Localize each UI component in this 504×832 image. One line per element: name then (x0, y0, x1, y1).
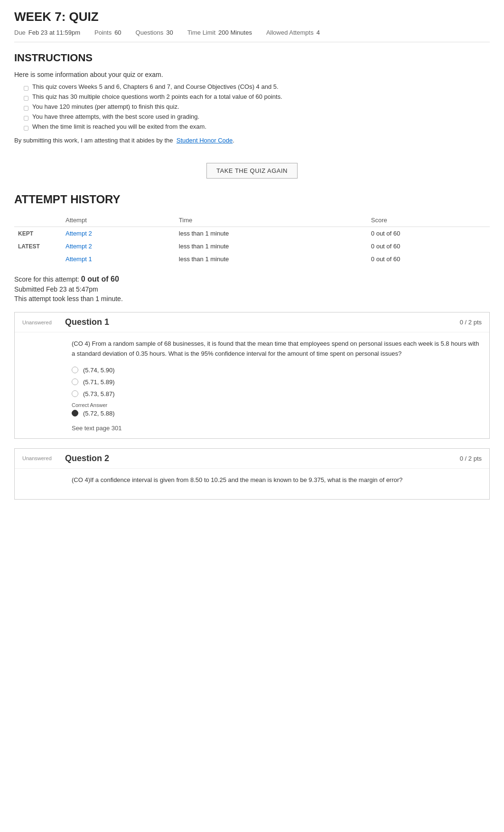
attempt-score-kept: 0 out of 60 (367, 227, 490, 240)
correct-answer-label-1: Correct Answer (72, 402, 482, 408)
meta-due-value: Feb 23 at 11:59pm (28, 29, 80, 36)
instructions-title: INSTRUCTIONS (14, 52, 490, 64)
instruction-item-1: This quiz covers Weeks 5 and 6, Chapters… (24, 83, 490, 90)
instruction-item-5: When the time limit is reached you will … (24, 123, 490, 130)
attempt-link-1[interactable]: Attempt 1 (65, 255, 92, 263)
attempt-history-table: Attempt Time Score KEPT Attempt 2 less t… (14, 214, 490, 265)
honor-code-line: By submitting this work, I am attesting … (14, 137, 490, 144)
meta-points-value: 60 (114, 29, 121, 36)
attempt-time-1: less than 1 minute (175, 253, 367, 265)
answer-radio-1-1[interactable] (72, 367, 78, 373)
questions-container: Unanswered Question 1 0 / 2 pts (CO 4) F… (14, 312, 490, 500)
question-body-1: (CO 4) From a random sample of 68 busine… (15, 332, 489, 438)
attempt-row-1: Attempt 1 less than 1 minute 0 out of 60 (14, 253, 490, 265)
answer-label-1-4: (5.72, 5.88) (83, 410, 115, 417)
attempt-label-kept: KEPT (14, 227, 62, 240)
col-header-attempt: Attempt (62, 214, 175, 227)
attempt-duration: This attempt took less than 1 minute. (14, 295, 490, 303)
question-pts-2: 0 / 2 pts (460, 455, 482, 462)
see-text-1: See text page 301 (72, 425, 482, 432)
meta-time-value: 200 Minutes (218, 29, 252, 36)
instructions-list: This quiz covers Weeks 5 and 6, Chapters… (14, 83, 490, 130)
meta-allowed-attempts: Allowed Attempts 4 (266, 29, 320, 36)
attempt-score-latest: 0 out of 60 (367, 240, 490, 253)
score-summary: Score for this attempt: 0 out of 60 Subm… (14, 275, 490, 303)
attempt-time-kept: less than 1 minute (175, 227, 367, 240)
answer-radio-1-4-correct[interactable] (72, 410, 78, 416)
answer-label-1-2: (5.71, 5.89) (83, 378, 115, 386)
attempt-label-1 (14, 253, 62, 265)
instruction-item-2: This quiz has 30 multiple choice questio… (24, 93, 490, 100)
meta-points-label: Points (94, 29, 112, 36)
question-header-1: Unanswered Question 1 0 / 2 pts (15, 312, 489, 332)
meta-points: Points 60 (94, 29, 121, 36)
meta-bar: Due Feb 23 at 11:59pm Points 60 Question… (14, 29, 490, 42)
col-header-score: Score (367, 214, 490, 227)
question-left-1: Unanswered Question 1 (22, 317, 109, 327)
meta-attempts-label: Allowed Attempts (266, 29, 314, 36)
score-value: 0 out of 60 (81, 275, 119, 283)
submitted-time: Submitted Feb 23 at 5:47pm (14, 285, 490, 293)
answer-option-1-3[interactable]: (5.73, 5.87) (72, 390, 482, 397)
question-header-2: Unanswered Question 2 0 / 2 pts (15, 449, 489, 469)
take-quiz-container: TAKE THE QUIZ AGAIN (14, 163, 490, 179)
answer-option-1-2[interactable]: (5.71, 5.89) (72, 378, 482, 386)
question-number-1: Question 1 (65, 317, 109, 327)
meta-time-limit: Time Limit 200 Minutes (187, 29, 252, 36)
answer-label-1-3: (5.73, 5.87) (83, 390, 115, 397)
attempt-time-latest: less than 1 minute (175, 240, 367, 253)
attempt-row-latest: LATEST Attempt 2 less than 1 minute 0 ou… (14, 240, 490, 253)
question-status-2: Unanswered (22, 455, 56, 461)
question-pts-1: 0 / 2 pts (460, 319, 482, 326)
question-body-2: (CO 4)If a confidence interval is given … (15, 469, 489, 500)
instruction-item-3: You have 120 minutes (per attempt) to fi… (24, 103, 490, 110)
answer-label-1-1: (5.74, 5.90) (83, 367, 115, 374)
attempt-link-2-latest[interactable]: Attempt 2 (65, 243, 92, 250)
instructions-intro: Here is some information about your quiz… (14, 71, 490, 78)
attempt-link-2-kept[interactable]: Attempt 2 (65, 230, 92, 237)
meta-attempts-value: 4 (317, 29, 320, 36)
honor-code-prefix: By submitting this work, I am attesting … (14, 137, 173, 144)
question-block-2: Unanswered Question 2 0 / 2 pts (CO 4)If… (14, 448, 490, 500)
question-text-1: (CO 4) From a random sample of 68 busine… (72, 339, 482, 359)
col-header-label (14, 214, 62, 227)
col-header-time: Time (175, 214, 367, 227)
meta-questions-label: Questions (136, 29, 164, 36)
answer-option-1-4[interactable]: (5.72, 5.88) (72, 410, 482, 417)
score-label: Score for this attempt: (14, 275, 79, 283)
attempt-row-kept: KEPT Attempt 2 less than 1 minute 0 out … (14, 227, 490, 240)
meta-questions-value: 30 (166, 29, 173, 36)
attempt-label-latest: LATEST (14, 240, 62, 253)
answer-radio-1-3[interactable] (72, 390, 78, 397)
page-title: WEEK 7: QUIZ (14, 9, 490, 24)
honor-code-suffix: . (233, 137, 234, 144)
meta-due: Due Feb 23 at 11:59pm (14, 29, 80, 36)
meta-due-label: Due (14, 29, 26, 36)
instruction-item-4: You have three attempts, with the best s… (24, 113, 490, 120)
attempt-history-title: ATTEMPT HISTORY (14, 193, 490, 206)
score-for-attempt: Score for this attempt: 0 out of 60 (14, 275, 490, 284)
meta-questions: Questions 30 (136, 29, 173, 36)
attempt-score-1: 0 out of 60 (367, 253, 490, 265)
answer-radio-1-2[interactable] (72, 378, 78, 385)
question-number-2: Question 2 (65, 454, 109, 463)
question-status-1: Unanswered (22, 320, 56, 325)
take-quiz-button[interactable]: TAKE THE QUIZ AGAIN (206, 163, 298, 179)
honor-code-link[interactable]: Student Honor Code (177, 137, 233, 144)
question-left-2: Unanswered Question 2 (22, 454, 109, 463)
answer-option-1-1[interactable]: (5.74, 5.90) (72, 367, 482, 374)
question-block-1: Unanswered Question 1 0 / 2 pts (CO 4) F… (14, 312, 490, 439)
meta-time-label: Time Limit (187, 29, 215, 36)
question-text-2: (CO 4)If a confidence interval is given … (72, 475, 482, 485)
